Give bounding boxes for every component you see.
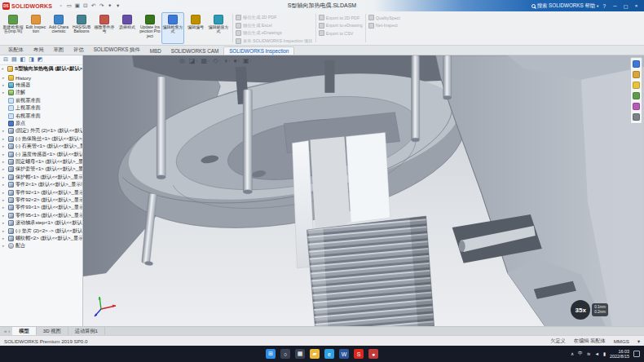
tree-item[interactable]: ▸ History (0, 74, 82, 82)
tree-item[interactable]: 原点 (0, 120, 82, 127)
expand-icon[interactable]: ▸ (2, 152, 7, 157)
ribbon-button[interactable]: Update Inspection Project (139, 12, 161, 44)
tab-scroll-start-icon[interactable]: « (4, 329, 7, 333)
tab-scroll-left-icon[interactable]: ‹ (8, 329, 10, 333)
status-item[interactable]: ▾ (637, 338, 640, 344)
rebuild-icon[interactable]: ✦ (106, 2, 113, 9)
expand-icon[interactable]: ▸ (2, 129, 7, 133)
ribbon-tab[interactable]: 评估 (68, 46, 89, 55)
expand-icon[interactable]: ▸ (2, 183, 7, 187)
open-file-icon[interactable]: ▭ (65, 2, 73, 9)
document-tab[interactable]: 模型 (12, 327, 36, 335)
zoom-fit-icon[interactable]: ◎ (179, 57, 186, 64)
redo-icon[interactable]: ↷ (98, 2, 105, 9)
display-manager-tab-icon[interactable]: ◩ (37, 56, 43, 63)
search-button[interactable]: ○ (280, 349, 290, 359)
file-explorer-button[interactable]: ▰ (310, 349, 320, 359)
ribbon-button[interactable]: 移除零件序号 (93, 12, 116, 44)
ribbon-menu-item[interactable]: 物位生成 Excel (236, 23, 313, 29)
expand-icon[interactable]: ▸ (2, 144, 7, 148)
network-icon[interactable]: ≋ (587, 351, 591, 356)
battery-icon[interactable]: ▮ (603, 351, 606, 356)
maximize-button[interactable]: ▢ (620, 3, 631, 9)
model-3d-view[interactable] (83, 55, 644, 327)
status-item[interactable]: 在编辑 装配体 (574, 338, 606, 345)
expand-icon[interactable]: ▸ (2, 244, 7, 248)
edit-appearance-icon[interactable]: ● ▾ (233, 57, 240, 64)
task-view-button[interactable]: ▦ (295, 349, 305, 359)
view-orientation-icon[interactable]: ▦ ▾ (201, 57, 210, 64)
search-box[interactable]: 搜索 SOLIDWORKS 帮助 ▾ (532, 2, 599, 10)
document-tab[interactable]: 运动算例1 (68, 327, 105, 335)
ribbon-tab[interactable]: SOLIDWORKS Inspection (223, 46, 294, 55)
help-icon[interactable]: ? (602, 3, 606, 9)
tree-item[interactable]: ▸ 零件95<1> (默认<<默认>_显示状态-1>) (0, 212, 82, 219)
ribbon-tab[interactable]: 装配体 (3, 46, 29, 55)
expand-icon[interactable]: ▸ (2, 90, 7, 95)
display-style-icon[interactable]: ◇ ▾ (213, 57, 220, 64)
tree-root-item[interactable]: ▾ S型轴向加热电偶 (默认<默认>_显示状态-1> (0, 65, 82, 73)
expand-icon[interactable]: ▸ (2, 229, 7, 233)
expand-icon[interactable]: ▸ (2, 175, 7, 179)
tree-item[interactable]: ▸ 零件2<1> (默认<<默认>_显示状态-1>) (0, 181, 82, 188)
ribbon-button[interactable]: 编辑赋值方式 (207, 12, 230, 44)
tree-item[interactable]: 前视基准面 (0, 97, 82, 104)
notification-icon[interactable] (633, 351, 640, 357)
status-item[interactable]: MMGS (614, 338, 629, 344)
expand-icon[interactable]: ▸ (2, 205, 7, 210)
tree-item[interactable]: ▸ 零件92<1> (默认<<默认>_显示状态-1>) (0, 188, 82, 196)
tree-item[interactable]: ▸ 配合 (0, 242, 82, 249)
ribbon-tab[interactable]: SOLIDWORKS 插件 (89, 46, 145, 55)
graphics-viewport[interactable]: ◎ ◪ ▾ ▦ ▾ ◇ ▾ (83, 55, 644, 327)
tree-item[interactable]: ▸ 注解 (0, 89, 82, 96)
tree-item[interactable]: ▸ (-) 热保险丝<1> (默认<<默认>_显示状态-1>) (0, 135, 82, 143)
expand-icon[interactable]: ▾ (2, 67, 6, 71)
expand-icon[interactable]: ▸ (2, 76, 7, 80)
ribbon-tab[interactable]: MBD (145, 47, 166, 55)
new-file-icon[interactable]: ▫ (57, 2, 64, 9)
tree-item[interactable]: ▸ (-) 石英管<1> (默认<<默认>_显示状态-1>) (0, 143, 82, 150)
propertymanager-tab-icon[interactable]: ▤ (11, 56, 17, 63)
document-tab[interactable]: 3D 视图 (37, 327, 68, 335)
tree-item[interactable]: ▸ 保护套管<1> (默认<<默认>_显示状态-1>) (0, 166, 82, 173)
tree-item[interactable]: 上视基准面 (0, 104, 82, 112)
featuremanager-tab-icon[interactable]: ⊟ (3, 56, 8, 63)
expand-icon[interactable]: ▸ (2, 160, 7, 164)
minimize-button[interactable]: ─ (610, 3, 620, 9)
save-icon[interactable]: ▣ (73, 2, 81, 9)
ribbon-menu-item[interactable]: 发布 SOLIDWORKS Inspection 项目 (236, 38, 313, 44)
taskbar-clock[interactable]: 16:03 2022/8/15 (610, 349, 629, 360)
search-caret-icon[interactable]: ▾ (597, 4, 598, 8)
recorder-button[interactable]: ● (368, 349, 378, 359)
volume-icon[interactable]: ◄ (594, 351, 599, 356)
configuration-manager-tab-icon[interactable]: ◧ (20, 56, 26, 63)
ribbon-menu-item[interactable]: QualitySpect (368, 15, 400, 20)
expand-icon[interactable]: ▸ (2, 221, 7, 225)
tree-item[interactable]: ▸ 零件92<2> (默认<<默认>_显示状态-1>) (0, 196, 82, 204)
ribbon-button[interactable]: HAS/SUB Balloons (70, 12, 93, 44)
ribbon-menu-item[interactable]: Export to CSV (319, 30, 363, 36)
view-palette-icon[interactable] (633, 92, 640, 99)
hidden-icons-chevron[interactable]: ∧ (571, 351, 574, 356)
ribbon-menu-item[interactable]: Export to eDrawing (319, 23, 363, 29)
custom-properties-icon[interactable] (633, 113, 640, 121)
expand-icon[interactable]: ▸ (2, 137, 7, 141)
ribbon-menu-item[interactable]: Export to 2D PDF (319, 15, 363, 20)
ribbon-button[interactable]: 编辑编号 (184, 12, 207, 44)
tree-item[interactable]: ▸ 滚动轴承step<1> (默认<<默认>_显示状态-1>) (0, 219, 82, 227)
ribbon-button[interactable]: 选择样式 (116, 12, 139, 44)
status-item[interactable]: 欠定义 (550, 338, 566, 345)
expand-icon[interactable]: ▸ (2, 191, 7, 195)
section-view-icon[interactable]: ◪ ▾ (189, 57, 198, 64)
expand-icon[interactable]: ▸ (2, 236, 7, 241)
dimxpert-tab-icon[interactable]: ◨ (29, 56, 34, 63)
appearances-icon[interactable] (633, 103, 640, 110)
ribbon-button[interactable]: 新建检查报告(imp.%) (2, 12, 24, 44)
ribbon-menu-item[interactable]: 移位生成 2D PDF (236, 15, 313, 20)
ribbon-button[interactable]: Add Characteristic (47, 12, 70, 44)
view-settings-icon[interactable]: ▣ ▾ (243, 57, 252, 64)
tree-item[interactable]: ▸ 固定螺母<1> (默认<<默认>_显示状态-1>) (0, 158, 82, 166)
expand-icon[interactable]: ▸ (2, 198, 7, 202)
close-button[interactable]: × (631, 3, 642, 9)
tree-item[interactable]: ▸ (固定) 外壳 (2)<1> (默认<<默认>_显示状态-1>) (0, 127, 82, 135)
